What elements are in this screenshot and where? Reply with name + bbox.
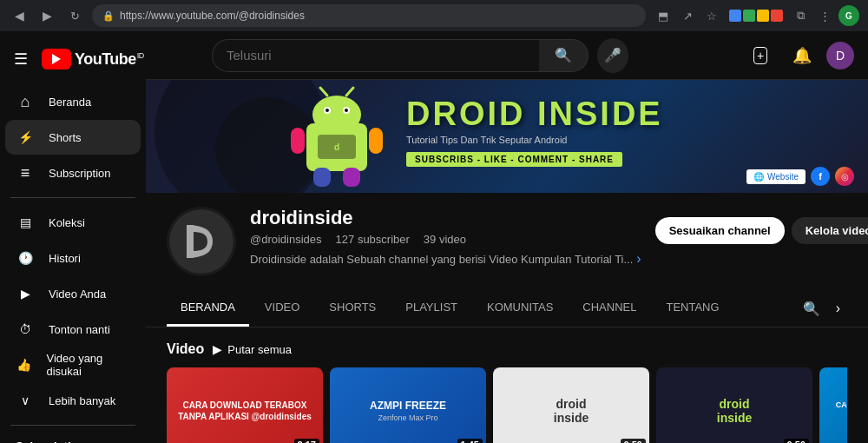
lock-icon: 🔒: [102, 10, 115, 22]
sidebar-item-histori[interactable]: 🕐 Histori: [5, 241, 141, 275]
video-card-4[interactable]: droid inside 0.56 Droid Inside channel v…: [656, 367, 812, 443]
video-section-header: Video ▶ Putar semua: [167, 341, 847, 357]
search-button[interactable]: 🔍: [539, 39, 589, 72]
mic-button[interactable]: 🎤: [597, 38, 628, 73]
subscription-section-title: Subscription: [0, 433, 146, 443]
sidebar-item-video-anda[interactable]: ▶ Video Anda: [5, 276, 141, 311]
kelola-video-button[interactable]: Kelola video: [792, 217, 868, 244]
mascot-svg: d: [289, 84, 385, 188]
sidebar-label-lebih-banyak: Lebih banyak: [49, 394, 115, 407]
svg-rect-11: [343, 168, 360, 187]
sidebar-label-shorts: Shorts: [49, 131, 82, 144]
cast-button[interactable]: ⬒: [653, 5, 674, 26]
video-thumb-3: droid inside 0.59: [493, 367, 649, 443]
user-avatar[interactable]: D: [826, 42, 854, 69]
sidebar-label-subscription: Subscription: [49, 167, 111, 180]
url-bar[interactable]: 🔒 https://www.youtube.com/@droidinsides: [92, 4, 646, 27]
header-actions: + 🔔 D: [743, 38, 854, 73]
forward-button[interactable]: ▶: [36, 5, 57, 26]
share-button[interactable]: ↗: [677, 5, 698, 26]
koleksi-icon: ▤: [16, 215, 35, 229]
video-disukai-icon: 👍: [16, 358, 33, 372]
main-content: 🔍 🎤 + 🔔 D: [146, 31, 868, 443]
browser-profile[interactable]: G: [838, 5, 859, 26]
create-button[interactable]: +: [743, 38, 778, 73]
mic-icon: 🎤: [604, 47, 621, 63]
channel-subscribers: 127 subscriber: [336, 233, 410, 246]
website-label: Website: [767, 172, 799, 182]
video-grid: CARA DOWNLOAD TERABOX TANPA APLIKASI @dr…: [167, 367, 847, 443]
ext-4: [771, 10, 783, 22]
bookmark-button[interactable]: ☆: [701, 5, 722, 26]
sidebar-item-video-disukai[interactable]: 👍 Video yang disukai: [5, 347, 141, 382]
sidebar-divider-2: [10, 425, 135, 426]
youtube-logo-text: YouTubeID: [75, 50, 144, 69]
svg-point-1: [312, 96, 361, 134]
banner-title: DROID INSIDE: [406, 96, 663, 133]
video-duration-3: 0.59: [621, 439, 646, 443]
svg-point-5: [345, 109, 348, 112]
ext-3: [757, 10, 769, 22]
tab-search-button[interactable]: 🔍: [796, 294, 827, 324]
facebook-link[interactable]: f: [811, 167, 830, 186]
desc-expand-icon[interactable]: ›: [636, 251, 641, 267]
video-thumb-2: AZMPI FREEZE Zenfone Max Pro 1.45: [330, 367, 486, 443]
extensions-button[interactable]: ⧉: [790, 5, 811, 26]
sidebar-item-koleksi[interactable]: ▤ Koleksi: [5, 205, 141, 240]
sidebar-item-beranda[interactable]: ⌂ Beranda: [5, 84, 141, 119]
banner-mascot-area: d: [280, 80, 393, 193]
video-card-1[interactable]: CARA DOWNLOAD TERABOX TANPA APLIKASI @dr…: [167, 367, 323, 443]
thumb-text-4: droid: [717, 397, 752, 412]
tab-tentang[interactable]: TENTANG: [652, 290, 733, 327]
tab-search-icon: 🔍: [803, 301, 820, 317]
sidebar-divider-1: [10, 197, 135, 198]
sidebar-item-subscription[interactable]: ≡ Subscription: [5, 155, 141, 190]
video-card-5[interactable]: CARA MEYIMPAN VIDEO TIKTOK DENGAN MUDAH …: [819, 367, 847, 443]
sidebar-item-lebih-banyak[interactable]: ∨ Lebih banyak: [5, 383, 141, 418]
tab-shorts[interactable]: SHORTS: [315, 290, 390, 327]
instagram-link[interactable]: ◎: [835, 167, 854, 186]
notifications-button[interactable]: 🔔: [785, 38, 819, 73]
play-all-button[interactable]: ▶ Putar semua: [213, 342, 292, 356]
tab-beranda[interactable]: BERANDA: [167, 290, 249, 327]
video-duration-1: 3.17: [294, 439, 319, 443]
tab-next-button[interactable]: ›: [829, 294, 847, 323]
channel-details: droidinside @droidinsides 127 subscriber…: [250, 207, 641, 267]
video-anda-icon: ▶: [16, 287, 35, 301]
video-card-2[interactable]: AZMPI FREEZE Zenfone Max Pro 1.45 AZMPI …: [330, 367, 486, 443]
search-icon: 🔍: [555, 47, 572, 63]
bell-icon: 🔔: [792, 46, 812, 65]
tab-channel[interactable]: CHANNEL: [569, 290, 650, 327]
search-container: 🔍 🎤: [212, 38, 628, 73]
section-title: Video: [167, 341, 204, 357]
hamburger-button[interactable]: ☰: [7, 43, 35, 76]
tab-komunitas[interactable]: KOMUNITAS: [473, 290, 567, 327]
video-thumb-1: CARA DOWNLOAD TERABOX TANPA APLIKASI @dr…: [167, 367, 323, 443]
browser-actions: ⬒ ↗ ☆ ⧉ ⋮ G: [653, 5, 859, 26]
tab-playlist[interactable]: PLAYLIST: [391, 290, 471, 327]
sesuaikan-channel-button[interactable]: Sesuaikan channel: [655, 217, 785, 244]
play-triangle: [52, 54, 61, 64]
url-text: https://www.youtube.com/@droidinsides: [120, 10, 305, 22]
back-button[interactable]: ◀: [9, 5, 30, 26]
banner-subtitle: Tutorial Tips Dan Trik Seputar Android: [406, 135, 663, 145]
channel-videos: 39 video: [424, 233, 466, 246]
subscription-icon: ≡: [16, 164, 35, 182]
sidebar-item-tonton-nanti[interactable]: ⏱ Tonton nanti: [5, 312, 141, 347]
video-card-3[interactable]: droid inside 0.59 Droid Inside tutorial …: [493, 367, 649, 443]
instagram-icon: ◎: [841, 172, 849, 182]
tab-video[interactable]: VIDEO: [251, 290, 313, 327]
settings-button[interactable]: ⋮: [814, 5, 835, 26]
svg-line-6: [320, 88, 327, 96]
channel-desc-text: Droidinside adalah Sebuah channel yang b…: [250, 253, 633, 266]
sidebar-item-shorts[interactable]: ⚡ Shorts: [5, 120, 141, 155]
search-input[interactable]: [212, 39, 539, 72]
ext-1: [729, 10, 741, 22]
refresh-button[interactable]: ↻: [64, 5, 85, 26]
website-link[interactable]: 🌐 Website: [746, 169, 806, 184]
thumb-text-5: CARA MEYIMPAN VIDEO TIKTOK DENGAN MUDAH: [826, 400, 847, 421]
channel-avatar: [167, 207, 236, 276]
svg-rect-8: [291, 128, 305, 154]
banner-text-container: DROID INSIDE Tutorial Tips Dan Trik Sepu…: [406, 96, 663, 167]
youtube-logo[interactable]: YouTubeID: [42, 49, 144, 69]
